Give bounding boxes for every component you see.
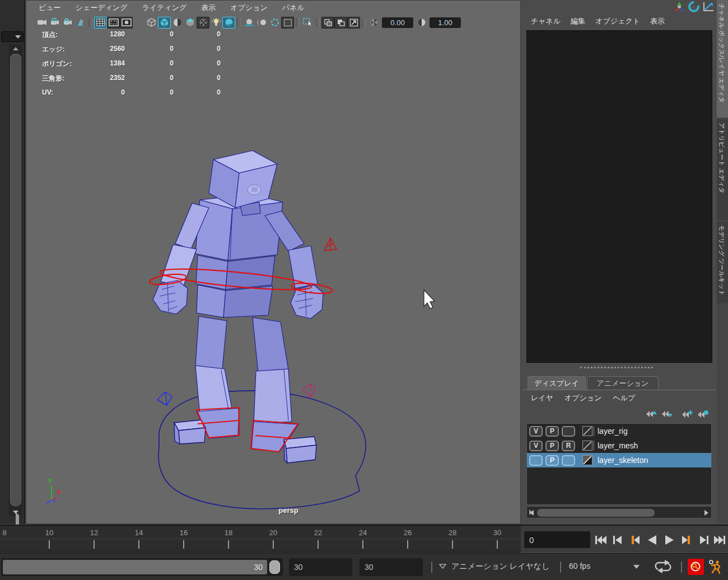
- frame-tick-label: 22: [314, 528, 322, 537]
- menu-layer-help[interactable]: ヘルプ: [613, 393, 635, 403]
- layer-editor-tabbar: ディスプレイ アニメーション: [522, 376, 716, 390]
- menu-channels[interactable]: チャネル: [531, 16, 561, 26]
- playback-start-field[interactable]: 30: [289, 558, 352, 576]
- range-slider-fill[interactable]: 30: [3, 560, 267, 574]
- current-frame-field[interactable]: 0: [524, 531, 590, 548]
- scroll-up-icon[interactable]: [13, 47, 18, 50]
- new-layer-from-selected-icon[interactable]: [696, 409, 709, 419]
- move-layer-up-icon[interactable]: [644, 409, 657, 419]
- layer-display-type-toggle[interactable]: [562, 426, 575, 437]
- anim-layer-label[interactable]: アニメーション レイヤなし: [451, 562, 550, 572]
- play-backwards-button[interactable]: [644, 532, 660, 548]
- viewport-3d-robot-model[interactable]: Y X z: [26, 1, 521, 525]
- magenta-pyramid-locator: [302, 384, 316, 397]
- menu-layers[interactable]: レイヤ: [531, 393, 553, 403]
- layer-name[interactable]: layer_rig: [598, 427, 628, 436]
- layer-display-type-toggle[interactable]: [562, 455, 575, 466]
- go-to-end-button[interactable]: [711, 532, 727, 548]
- maya-window: ビュー シェーディング ライティング 表示 オプション パネル: [0, 0, 728, 580]
- channel-box-list[interactable]: [526, 30, 712, 363]
- frame-tick-label: 10: [45, 528, 53, 537]
- animation-preferences-icon[interactable]: [708, 559, 724, 574]
- layer-name[interactable]: layer_skeleton: [598, 456, 648, 465]
- scroll-left-icon[interactable]: [530, 510, 534, 516]
- fps-label[interactable]: 60 fps: [569, 562, 590, 570]
- menu-edit[interactable]: 編集: [571, 16, 585, 26]
- graph-editor-icon[interactable]: [702, 1, 715, 12]
- frame-tick-label: 20: [269, 528, 277, 537]
- outliner-dropdown[interactable]: [1, 31, 24, 42]
- layer-divider: [594, 426, 594, 436]
- tab-display[interactable]: ディスプレイ: [528, 376, 586, 390]
- left-vertical-scrollbar[interactable]: [9, 45, 22, 516]
- scroll-right-icon[interactable]: [16, 515, 19, 525]
- scrollbar-thumb[interactable]: [10, 54, 21, 506]
- layer-playback-toggle[interactable]: P: [545, 455, 559, 466]
- loop-playback-icon[interactable]: [653, 559, 673, 574]
- layer-row-mesh[interactable]: V P R layer_mesh: [527, 438, 711, 453]
- axis-x-label: X: [57, 489, 61, 495]
- frame-tick-label: 14: [135, 528, 143, 537]
- layer-name[interactable]: layer_mesh: [598, 441, 638, 450]
- menu-object[interactable]: オブジェクト: [595, 16, 640, 26]
- soft-select-icon[interactable]: [688, 1, 700, 12]
- blue-pyramid-locator: [157, 392, 172, 405]
- layer-visibility-toggle[interactable]: [529, 455, 543, 466]
- frame-tick-label: 26: [404, 528, 412, 537]
- auto-keyframe-toggle[interactable]: [688, 559, 704, 575]
- layer-row-skeleton-selected[interactable]: P layer_skeleton: [527, 453, 711, 467]
- play-forwards-button[interactable]: [661, 532, 677, 548]
- axis-z-label: z: [53, 497, 55, 503]
- layer-divider: [594, 455, 594, 465]
- step-back-frame-button[interactable]: [609, 532, 626, 548]
- frame-tick-label: 16: [180, 528, 188, 537]
- tab-animation[interactable]: アニメーション: [587, 376, 659, 390]
- range-slider-grip[interactable]: [269, 560, 280, 574]
- new-empty-layer-icon[interactable]: [680, 409, 693, 419]
- scroll-right-icon[interactable]: [704, 510, 708, 516]
- range-slider-bar: 30 30 30 アニメーション レイヤなし 60 fps: [0, 553, 728, 580]
- panel-splitter-handle[interactable]: [580, 367, 653, 369]
- layer-playback-toggle[interactable]: P: [545, 426, 559, 437]
- axis-y-label: Y: [48, 478, 52, 484]
- display-layer-list: V P layer_rig V P R layer_mesh P: [526, 423, 712, 505]
- layer-color-swatch[interactable]: [582, 426, 592, 436]
- perspective-viewport[interactable]: ビュー シェーディング ライティング 表示 オプション パネル: [26, 0, 521, 524]
- anim-layer-dropdown-icon[interactable]: [439, 564, 446, 569]
- step-forward-frame-button[interactable]: [696, 532, 712, 548]
- tab-attribute-editor[interactable]: アトリビュート エディタ: [717, 119, 728, 220]
- menu-show[interactable]: 表示: [650, 16, 665, 26]
- hscroll-thumb[interactable]: [537, 509, 655, 517]
- layer-visibility-toggle[interactable]: V: [529, 441, 543, 451]
- layer-playback-toggle[interactable]: P: [545, 441, 559, 451]
- layer-color-swatch[interactable]: [582, 441, 592, 451]
- frame-tick-label: 18: [225, 528, 232, 537]
- layer-editor-hscrollbar[interactable]: [526, 506, 712, 518]
- range-end-value: 30: [254, 563, 263, 572]
- time-slider[interactable]: 8 10 12 14 16 18 20 22 24 26 28 30: [0, 525, 521, 553]
- layer-color-swatch[interactable]: [582, 455, 592, 465]
- frame-tick-label: 28: [449, 528, 456, 537]
- frame-tick-label: 30: [493, 528, 501, 537]
- step-forward-key-button[interactable]: [679, 532, 695, 548]
- red-pyramid-locator: [324, 238, 337, 251]
- go-to-start-button[interactable]: [592, 532, 609, 548]
- playback-end-field[interactable]: 30: [360, 558, 423, 576]
- playback-controls: 0: [521, 525, 728, 553]
- layer-display-type-toggle[interactable]: R: [562, 441, 575, 451]
- move-layer-down-icon[interactable]: [660, 409, 673, 419]
- range-slider[interactable]: 30: [1, 558, 283, 576]
- character-set-icon[interactable]: [673, 1, 685, 12]
- fps-dropdown-icon[interactable]: [633, 564, 640, 569]
- layer-row-rig[interactable]: V P layer_rig: [527, 424, 711, 438]
- mouse-cursor: [424, 290, 435, 308]
- tab-channel-box-layer-editor[interactable]: チャネル ボックス/レイヤ エディタ: [717, 0, 728, 118]
- layer-visibility-toggle[interactable]: V: [529, 426, 543, 437]
- channel-box-menubar: チャネル 編集 オブジェクト 表示: [522, 14, 716, 29]
- step-back-key-button[interactable]: [626, 532, 642, 548]
- menu-layer-options[interactable]: オプション: [564, 393, 602, 403]
- frame-tick-label: 8: [2, 528, 6, 537]
- sidebar-tab-strip: チャネル ボックス/レイヤ エディタ アトリビュート エディタ モデリング ツー…: [717, 0, 728, 524]
- channel-box-layer-editor-panel: チャネル 編集 オブジェクト 表示 ディスプレイ アニメーション レイヤ オプシ…: [522, 0, 716, 524]
- tab-modeling-toolkit[interactable]: モデリング ツールキット: [717, 222, 728, 303]
